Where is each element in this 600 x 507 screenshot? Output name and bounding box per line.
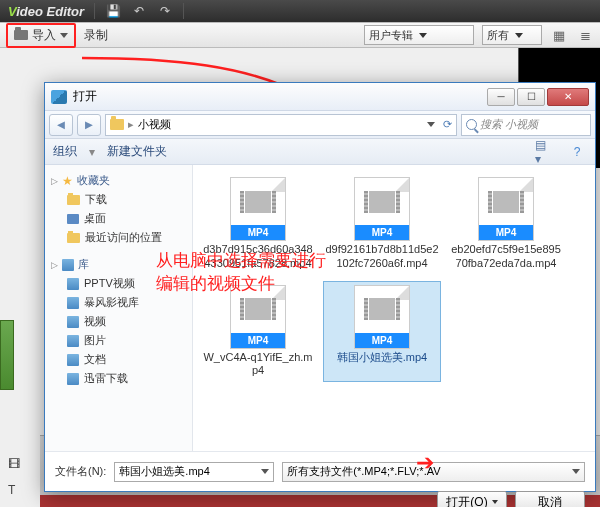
filter-value: 所有支持文件(*.MP4;*.FLV;*.AV (287, 464, 440, 479)
file-item[interactable]: MP4eb20efd7c5f9e15e89570fba72eda7da.mp4 (447, 173, 565, 275)
library-icon (67, 316, 79, 328)
help-icon[interactable]: ? (567, 143, 587, 161)
minimize-button[interactable]: ─ (487, 88, 515, 106)
chevron-down-icon (515, 33, 523, 38)
file-badge: MP4 (231, 225, 285, 240)
file-list[interactable]: MP4d3b7d915c36d60a3484330951fa57828.mp4M… (193, 165, 595, 451)
chevron-down-icon[interactable] (427, 122, 435, 127)
text-icon[interactable]: T (8, 483, 20, 497)
dialog-buttons: 打开(O) 取消 (45, 491, 595, 507)
refresh-icon[interactable]: ⟳ (443, 118, 452, 131)
library-icon (67, 373, 79, 385)
chevron-down-icon (492, 500, 498, 504)
breadcrumb[interactable]: ▸ 小视频 ⟳ (105, 114, 457, 136)
import-label: 导入 (32, 27, 56, 44)
library-icon (62, 259, 74, 271)
back-button[interactable]: ◄ (49, 114, 73, 136)
file-name: W_vC4A-q1YifE_zh.mp4 (201, 351, 315, 379)
video-icon (369, 298, 395, 320)
library-icon (67, 297, 79, 309)
video-icon (245, 298, 271, 320)
sidebar: ▷★收藏夹 下载 桌面 最近访问的位置 ▷库 PPTV视频 暴风影视库 视频 图… (45, 165, 193, 451)
favorites-header[interactable]: ▷★收藏夹 (49, 171, 188, 190)
libraries-header[interactable]: ▷库 (49, 255, 188, 274)
file-name: d9f92161b7d8b11d5e2102fc7260a6f.mp4 (325, 243, 439, 271)
desktop-icon (67, 214, 79, 224)
new-folder-button[interactable]: 新建文件夹 (107, 143, 167, 160)
chevron-down-icon (572, 469, 580, 474)
video-icon (369, 191, 395, 213)
window-icon (51, 90, 67, 104)
dialog-footer: 文件名(N): 韩国小姐选美.mp4 所有支持文件(*.MP4;*.FLV;*.… (45, 451, 595, 491)
maximize-button[interactable]: ☐ (517, 88, 545, 106)
search-input[interactable]: 搜索 小视频 (461, 114, 591, 136)
filetype-filter[interactable]: 所有支持文件(*.MP4;*.FLV;*.AV (282, 462, 585, 482)
library-icon (67, 278, 79, 290)
list-view-icon[interactable]: ≣ (576, 26, 594, 44)
grid-view-icon[interactable]: ▦ (550, 26, 568, 44)
filename-label: 文件名(N): (55, 464, 106, 479)
sidebar-item[interactable]: 下载 (49, 190, 188, 209)
timeline-tools: 🎞 T (8, 457, 20, 497)
file-thumb: MP4 (230, 177, 286, 241)
record-button[interactable]: 录制 (84, 27, 108, 44)
file-thumb: MP4 (478, 177, 534, 241)
sidebar-item[interactable]: PPTV视频 (49, 274, 188, 293)
sidebar-item[interactable]: 最近访问的位置 (49, 228, 188, 247)
app-titlebar: Video Editor 💾 ↶ ↷ (0, 0, 600, 22)
file-badge: MP4 (355, 333, 409, 348)
open-button[interactable]: 打开(O) (437, 491, 507, 507)
file-badge: MP4 (479, 225, 533, 240)
sidebar-item[interactable]: 文档 (49, 350, 188, 369)
chevron-down-icon (60, 33, 68, 38)
file-thumb: MP4 (230, 285, 286, 349)
recent-icon (67, 233, 80, 243)
video-icon (493, 191, 519, 213)
file-item[interactable]: MP4d9f92161b7d8b11d5e2102fc7260a6f.mp4 (323, 173, 441, 275)
filename-input[interactable]: 韩国小姐选美.mp4 (114, 462, 274, 482)
import-button[interactable]: 导入 (6, 23, 76, 48)
breadcrumb-folder: 小视频 (138, 117, 171, 132)
sidebar-item[interactable]: 暴风影视库 (49, 293, 188, 312)
album-combo[interactable]: 用户专辑 (364, 25, 474, 45)
file-item[interactable]: MP4韩国小姐选美.mp4 (323, 281, 441, 383)
undo-icon[interactable]: ↶ (131, 3, 147, 19)
file-name: 韩国小姐选美.mp4 (337, 351, 427, 365)
file-badge: MP4 (355, 225, 409, 240)
forward-button[interactable]: ► (77, 114, 101, 136)
main-toolbar: 导入 录制 用户专辑 所有 ▦ ≣ (0, 22, 600, 48)
search-icon (466, 119, 477, 130)
view-mode-icon[interactable]: ▤ ▾ (535, 143, 555, 161)
close-button[interactable]: ✕ (547, 88, 589, 106)
library-icon (67, 335, 79, 347)
file-thumb: MP4 (354, 177, 410, 241)
sidebar-item[interactable]: 视频 (49, 312, 188, 331)
file-item[interactable]: MP4d3b7d915c36d60a3484330951fa57828.mp4 (199, 173, 317, 275)
dialog-body: ▷★收藏夹 下载 桌面 最近访问的位置 ▷库 PPTV视频 暴风影视库 视频 图… (45, 165, 595, 451)
organize-menu[interactable]: 组织 (53, 143, 77, 160)
chevron-down-icon[interactable] (261, 469, 269, 474)
filter-combo-value: 所有 (487, 28, 509, 43)
cancel-button[interactable]: 取消 (515, 491, 585, 507)
save-icon[interactable]: 💾 (105, 3, 121, 19)
search-placeholder: 搜索 小视频 (480, 117, 538, 132)
clip-icon[interactable]: 🎞 (8, 457, 20, 471)
folder-icon (14, 30, 28, 40)
album-combo-value: 用户专辑 (369, 28, 413, 43)
file-item[interactable]: MP4W_vC4A-q1YifE_zh.mp4 (199, 281, 317, 383)
dialog-title: 打开 (73, 88, 97, 105)
chevron-down-icon (419, 33, 427, 38)
side-tab[interactable] (0, 320, 14, 390)
folder-icon (67, 195, 80, 205)
library-icon (67, 354, 79, 366)
sidebar-item[interactable]: 迅雷下载 (49, 369, 188, 388)
dialog-titlebar[interactable]: 打开 ─ ☐ ✕ (45, 83, 595, 111)
sidebar-item[interactable]: 图片 (49, 331, 188, 350)
filter-combo[interactable]: 所有 (482, 25, 542, 45)
sidebar-item[interactable]: 桌面 (49, 209, 188, 228)
folder-icon (110, 119, 124, 130)
redo-icon[interactable]: ↷ (157, 3, 173, 19)
breadcrumb-sep: ▸ (128, 118, 134, 131)
dialog-nav: ◄ ► ▸ 小视频 ⟳ 搜索 小视频 (45, 111, 595, 139)
star-icon: ★ (62, 174, 73, 188)
